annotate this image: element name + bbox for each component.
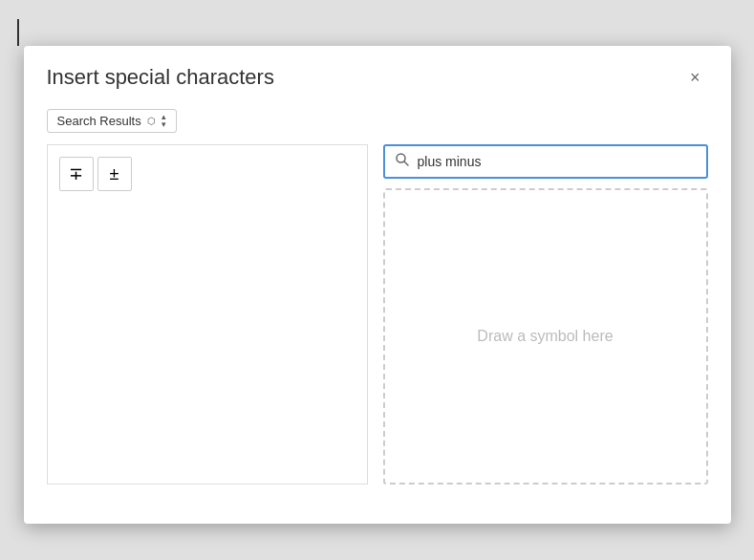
dialog-title: Insert special characters — [47, 65, 274, 90]
right-panel: Draw a symbol here — [383, 144, 708, 485]
symbol-minus-plus[interactable]: ∓ — [59, 157, 94, 191]
dropdown-label: Search Results — [57, 114, 141, 128]
symbol-grid-panel: ∓ ± — [47, 144, 368, 485]
search-input[interactable] — [418, 154, 697, 169]
dialog-content: ∓ ± Draw a symbol here — [24, 144, 731, 507]
symbol-plus-minus[interactable]: ± — [97, 157, 132, 191]
draw-area-placeholder: Draw a symbol here — [477, 328, 613, 345]
insert-special-characters-dialog: Insert special characters × Search Resul… — [24, 46, 731, 524]
search-box[interactable] — [383, 144, 708, 179]
category-dropdown[interactable]: Search Results ⬡ ▴▾ — [47, 109, 177, 133]
dropdown-arrows-icon: ▴▾ — [162, 114, 166, 127]
svg-line-1 — [404, 162, 408, 165]
dialog-toolbar: Search Results ⬡ ▴▾ — [24, 101, 731, 144]
symbol-grid: ∓ ± — [59, 157, 355, 191]
dialog-header: Insert special characters × — [24, 46, 731, 101]
draw-symbol-area[interactable]: Draw a symbol here — [383, 188, 708, 485]
close-button[interactable]: × — [682, 65, 708, 90]
chevron-down-icon: ⬡ — [147, 116, 156, 126]
text-cursor — [17, 19, 19, 46]
search-icon — [395, 152, 410, 171]
